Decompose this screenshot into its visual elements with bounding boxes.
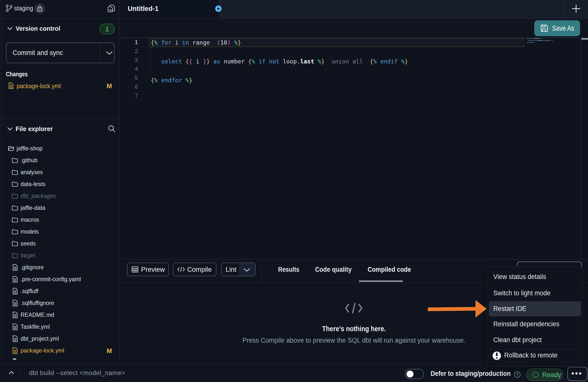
svg-text:?: ? (516, 372, 518, 377)
